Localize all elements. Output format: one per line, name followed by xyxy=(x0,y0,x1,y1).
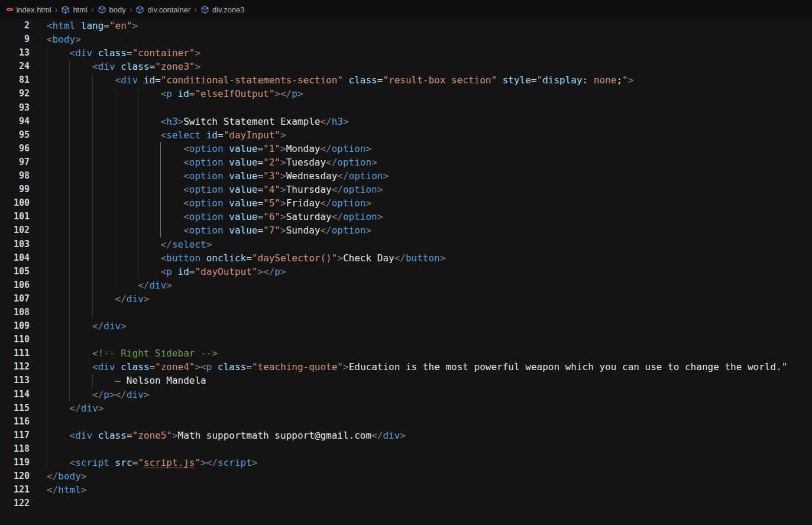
code-line[interactable]: </div> xyxy=(47,292,812,306)
code-line[interactable] xyxy=(47,333,812,346)
line-number[interactable]: 120 xyxy=(0,469,30,483)
code-line[interactable]: </select> xyxy=(47,238,812,251)
line-number[interactable]: 81 xyxy=(0,73,30,87)
code-line-row: 13 <div class="container"> xyxy=(0,46,812,60)
line-number[interactable]: 117 xyxy=(0,429,30,442)
line-number[interactable]: 110 xyxy=(0,333,30,346)
line-number[interactable]: 2 xyxy=(0,19,30,33)
code-line[interactable]: <button onclick="daySelector()">Check Da… xyxy=(47,251,812,265)
code-line[interactable]: <option value="4">Thursday</option> xyxy=(47,183,812,196)
breadcrumb-label: index.html xyxy=(16,5,51,14)
code-line[interactable]: <div id="conditional-statements-section"… xyxy=(47,73,812,87)
breadcrumb-item-div-container[interactable]: div.container xyxy=(135,5,190,14)
line-number[interactable]: 104 xyxy=(0,251,30,265)
code-line[interactable] xyxy=(47,442,812,456)
breadcrumb-item-body[interactable]: body xyxy=(98,5,126,14)
code-line-row: 98 <option value="3">Wednesday</option> xyxy=(0,169,812,183)
line-number[interactable]: 122 xyxy=(0,497,30,510)
code-line[interactable]: </div> xyxy=(47,319,812,333)
line-number[interactable]: 93 xyxy=(0,101,30,115)
code-line[interactable]: </div> xyxy=(47,401,812,415)
code-line-row: 113 — Nelson Mandela xyxy=(0,374,812,387)
line-number[interactable]: 92 xyxy=(0,87,30,101)
breadcrumb-item-index-html[interactable]: <>index.html xyxy=(6,5,51,14)
line-number[interactable]: 112 xyxy=(0,360,30,374)
code-line[interactable]: <option value="5">Friday</option> xyxy=(47,196,812,210)
code-line-row: 107 </div> xyxy=(0,292,812,306)
code-line[interactable]: <div class="zone3"> xyxy=(47,60,812,73)
code-line[interactable] xyxy=(47,415,812,429)
code-line[interactable]: </body> xyxy=(47,469,812,483)
code-line-row: 2<html lang="en"> xyxy=(0,19,812,33)
code-line[interactable]: <div class="zone4"><p class="teaching-qu… xyxy=(47,360,812,374)
line-number[interactable]: 106 xyxy=(0,278,30,292)
code-line[interactable]: <option value="7">Sunday</option> xyxy=(47,223,812,237)
code-line[interactable]: <option value="6">Saturday</option> xyxy=(47,210,812,223)
code-line[interactable]: <option value="3">Wednesday</option> xyxy=(47,169,812,183)
code-line[interactable]: </html> xyxy=(47,483,812,497)
line-number[interactable]: 100 xyxy=(0,196,30,210)
line-number[interactable]: 9 xyxy=(0,33,30,46)
line-number[interactable]: 119 xyxy=(0,456,30,469)
line-number[interactable]: 95 xyxy=(0,128,30,142)
indent-guide xyxy=(138,101,138,115)
line-number[interactable]: 98 xyxy=(0,169,30,183)
breadcrumb-item-html[interactable]: html xyxy=(61,5,88,14)
line-number[interactable]: 107 xyxy=(0,292,30,306)
breadcrumb-item-div-zone3[interactable]: div.zone3 xyxy=(200,5,245,14)
code-line-row: 114 </p></div> xyxy=(0,388,812,401)
code-line[interactable]: <p id="dayOutput"></p> xyxy=(47,265,812,278)
line-number[interactable]: 94 xyxy=(0,115,30,128)
line-number[interactable]: 24 xyxy=(0,60,30,73)
line-number[interactable]: 111 xyxy=(0,346,30,360)
indent-guide xyxy=(69,333,70,346)
code-line[interactable]: <script src="script.js"></script> xyxy=(47,456,812,469)
line-number[interactable]: 108 xyxy=(0,306,30,319)
line-number[interactable]: 105 xyxy=(0,265,30,278)
code-line[interactable]: <div class="zone5">Math supportmath supp… xyxy=(47,429,812,442)
breadcrumb-separator-icon: › xyxy=(130,5,132,14)
line-number[interactable]: 99 xyxy=(0,183,30,196)
code-line-row: 24 <div class="zone3"> xyxy=(0,60,812,73)
code-line-row: 103 </select> xyxy=(0,238,812,251)
line-number[interactable]: 115 xyxy=(0,401,30,415)
line-number[interactable]: 13 xyxy=(0,46,30,60)
code-line[interactable]: — Nelson Mandela xyxy=(47,374,812,387)
code-line[interactable]: </p></div> xyxy=(47,388,812,401)
indent-guide xyxy=(47,415,47,429)
code-line[interactable]: </div> xyxy=(47,278,812,292)
line-number[interactable]: 102 xyxy=(0,223,30,237)
code-line[interactable]: <select id="dayInput"> xyxy=(47,128,812,142)
indent-guide xyxy=(47,333,47,346)
code-line-row: 92 <p id="elseIfOutput"></p> xyxy=(0,87,812,101)
line-number[interactable]: 96 xyxy=(0,142,30,155)
code-line-row: 116 xyxy=(0,415,812,429)
code-line[interactable] xyxy=(47,101,812,115)
line-number[interactable]: 113 xyxy=(0,374,30,387)
line-number[interactable]: 118 xyxy=(0,442,30,456)
code-line[interactable]: <option value="2">Tuesday</option> xyxy=(47,155,812,169)
line-number[interactable]: 114 xyxy=(0,388,30,401)
code-line[interactable]: <html lang="en"> xyxy=(47,19,812,33)
line-number[interactable]: 121 xyxy=(0,483,30,497)
code-line-row: 104 <button onclick="daySelector()">Chec… xyxy=(0,251,812,265)
symbol-tag-icon xyxy=(98,5,106,14)
indent-guide xyxy=(92,101,93,115)
code-line-row: 99 <option value="4">Thursday</option> xyxy=(0,183,812,196)
code-line[interactable]: <body> xyxy=(47,33,812,46)
code-line[interactable]: <h3>Switch Statement Example</h3> xyxy=(47,115,812,128)
line-number[interactable]: 97 xyxy=(0,155,30,169)
indent-guide xyxy=(47,442,47,456)
code-line[interactable]: <p id="elseIfOutput"></p> xyxy=(47,87,812,101)
line-number[interactable]: 101 xyxy=(0,210,30,223)
code-line[interactable]: <div class="container"> xyxy=(47,46,812,60)
code-line[interactable]: <option value="1">Monday</option> xyxy=(47,142,812,155)
code-area[interactable]: 2<html lang="en">9<body>13 <div class="c… xyxy=(0,19,812,510)
line-number[interactable]: 116 xyxy=(0,415,30,429)
code-line[interactable] xyxy=(47,306,812,319)
code-line[interactable]: <!-- Right Sidebar --> xyxy=(47,346,812,360)
line-number[interactable]: 109 xyxy=(0,319,30,333)
code-line[interactable] xyxy=(47,497,812,510)
code-line-row: 96 <option value="1">Monday</option> xyxy=(0,142,812,155)
line-number[interactable]: 103 xyxy=(0,238,30,251)
